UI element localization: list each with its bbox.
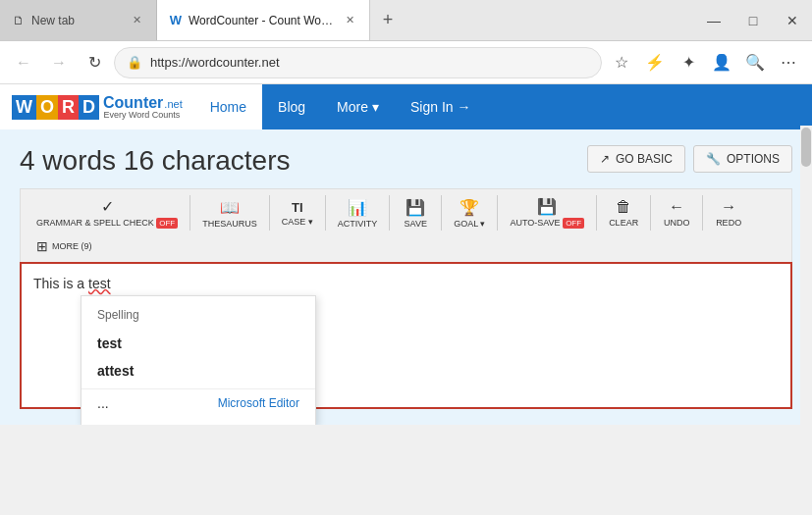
toolbar-sep-9 (702, 195, 703, 231)
tab-active[interactable]: W WordCounter - Count Words & ✕ (157, 0, 370, 40)
close-button[interactable]: ✕ (773, 0, 812, 41)
new-tab-icon: 🗋 (12, 14, 26, 27)
editor-text: This is a test (33, 276, 111, 291)
go-basic-button[interactable]: ↗ GO BASIC (587, 145, 685, 173)
case-button[interactable]: TI CASE ▾ (274, 196, 321, 231)
logo-tagline: Every Word Counts (101, 110, 183, 120)
redo-icon: → (721, 198, 736, 216)
text-underlined: test (88, 276, 111, 291)
refresh-button[interactable]: ↻ (79, 47, 110, 78)
spell-suggestion-1[interactable]: test (81, 330, 315, 357)
site-nav-links: Home Blog More ▾ Sign In → (194, 84, 487, 129)
logo-w: W (12, 95, 36, 120)
book-icon: 📖 (220, 198, 240, 217)
logo-r: R (58, 95, 79, 120)
main-content: 4 words 16 characters ↗ GO BASIC 🔧 OPTIO… (0, 129, 812, 425)
site-nav: W O R D Counter .net Every Word Counts (0, 84, 812, 129)
tab-active-close[interactable]: ✕ (342, 13, 357, 28)
tab-inactive-close[interactable]: ✕ (129, 13, 144, 28)
extensions-icon[interactable]: ✦ (673, 47, 704, 78)
back-button[interactable]: ← (8, 47, 39, 78)
collections-icon[interactable]: ⚡ (639, 47, 671, 78)
scrollbar-thumb[interactable] (801, 128, 811, 167)
toolbar-sep-1 (189, 195, 190, 231)
redo-button[interactable]: → REDO (707, 194, 750, 232)
text-before: This is a (33, 276, 88, 291)
toolbar: ✓ GRAMMAR & SPELL CHECK OFF 📖 THESAURUS … (20, 188, 792, 262)
spell-more-dots: ... (97, 395, 109, 411)
more-label: MORE (9) (52, 241, 92, 251)
toolbar-sep-5 (441, 195, 442, 231)
title-bar: 🗋 New tab ✕ W WordCounter - Count Words … (0, 0, 812, 41)
profile-icon[interactable]: 👤 (706, 47, 737, 78)
spell-footer: ... Microsoft Editor (81, 388, 315, 417)
spell-header: Spelling (81, 304, 315, 330)
auto-save-badge: OFF (563, 218, 584, 229)
spell-suggestion-2[interactable]: attest (81, 357, 315, 385)
nav-bar: ← → ↻ 🔒 https://wordcounter.net ☆ ⚡ ✦ 👤 … (0, 41, 812, 84)
webpage: W O R D Counter .net Every Word Counts (0, 84, 812, 425)
favorites-icon[interactable]: ☆ (606, 47, 637, 78)
goal-icon: 🏆 (460, 198, 479, 217)
site-logo: W O R D Counter .net Every Word Counts (0, 84, 194, 129)
url-text: https://wordcounter.net (150, 55, 589, 70)
case-icon: TI (292, 200, 303, 215)
nav-signin[interactable]: Sign In → (395, 84, 487, 129)
editor-area[interactable]: This is a test Spelling test attest ... … (20, 262, 792, 409)
word-count-buttons: ↗ GO BASIC 🔧 OPTIONS (587, 145, 792, 173)
goal-button[interactable]: 🏆 GOAL ▾ (446, 194, 493, 232)
thesaurus-button[interactable]: 📖 THESAURUS (194, 194, 265, 232)
microsoft-editor-link[interactable]: Microsoft Editor (218, 396, 299, 410)
toolbar-sep-4 (389, 195, 390, 231)
toolbar-sep-6 (497, 195, 498, 231)
grammar-badge: OFF (156, 218, 178, 229)
nav-blog[interactable]: Blog (262, 84, 321, 129)
editor-container: This is a test Spelling test attest ... … (20, 262, 792, 409)
forward-button[interactable]: → (43, 47, 75, 78)
tab-inactive-label: New tab (31, 14, 75, 27)
spell-dropdown: Spelling test attest ... Microsoft Edito… (81, 295, 316, 425)
auto-save-icon: 💾 (537, 197, 557, 216)
toolbar-sep-7 (596, 195, 597, 231)
nav-home[interactable]: Home (194, 84, 262, 129)
word-count-title: 4 words 16 characters (20, 145, 290, 177)
logo-d: D (79, 95, 99, 120)
clear-button[interactable]: 🗑 CLEAR (601, 194, 646, 232)
activity-button[interactable]: 📊 ACTIVITY (330, 194, 386, 232)
toolbar-sep-8 (650, 195, 651, 231)
account-icon[interactable]: 🔍 (739, 47, 771, 78)
word-count-section: 4 words 16 characters ↗ GO BASIC 🔧 OPTIO… (20, 145, 792, 177)
nav-icons-right: ☆ ⚡ ✦ 👤 🔍 ⋯ (606, 47, 804, 78)
external-link-icon: ↗ (600, 152, 610, 166)
undo-button[interactable]: ← UNDO (655, 194, 698, 232)
activity-icon: 📊 (348, 198, 367, 217)
save-button[interactable]: 💾 SAVE (394, 194, 437, 232)
new-tab-button[interactable]: + (370, 0, 406, 40)
window-controls: — □ ✕ (694, 0, 812, 41)
address-bar[interactable]: 🔒 https://wordcounter.net (114, 47, 602, 78)
save-icon: 💾 (406, 198, 425, 217)
checkmark-icon: ✓ (101, 197, 114, 216)
more-button[interactable]: ⊞ MORE (9) (28, 234, 100, 258)
grid-icon: ⊞ (36, 238, 48, 254)
toolbar-sep-3 (325, 195, 326, 231)
minimize-button[interactable]: — (694, 0, 733, 41)
scrollbar-track[interactable] (800, 126, 812, 515)
maximize-button[interactable]: □ (733, 0, 773, 41)
clear-icon: 🗑 (616, 198, 631, 216)
tab-active-icon: W (169, 14, 183, 27)
tab-active-label: WordCounter - Count Words & (189, 14, 336, 27)
lock-icon: 🔒 (127, 55, 142, 70)
page-wrapper: W O R D Counter .net Every Word Counts (0, 84, 812, 515)
tab-inactive[interactable]: 🗋 New tab ✕ (0, 0, 157, 40)
auto-save-button[interactable]: 💾 AUTO-SAVE OFF (502, 193, 592, 232)
nav-more[interactable]: More ▾ (321, 84, 395, 129)
logo-o: O (36, 95, 58, 120)
toolbar-sep-2 (269, 195, 270, 231)
logo-word: W O R D (12, 95, 99, 120)
logo-net: .net (164, 98, 182, 110)
grammar-spell-check-button[interactable]: ✓ GRAMMAR & SPELL CHECK OFF (28, 193, 186, 232)
wrench-icon: 🔧 (706, 152, 721, 166)
options-button[interactable]: 🔧 OPTIONS (693, 145, 792, 173)
settings-icon[interactable]: ⋯ (773, 47, 804, 78)
